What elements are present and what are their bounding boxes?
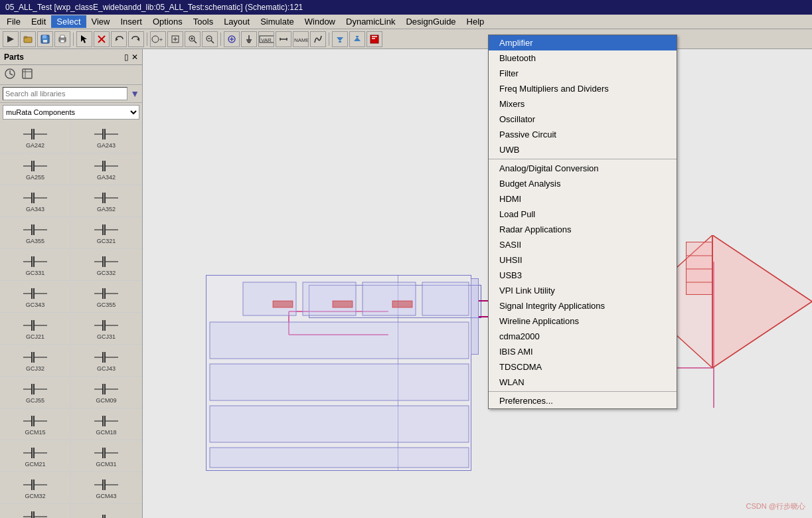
menu-options[interactable]: Options [147,15,188,28]
dropdown-item-wlan[interactable]: WLAN [489,375,677,390]
list-item[interactable]: GCJ55 [0,377,71,408]
toolbar-zoom-out[interactable] [202,31,218,47]
dropdown-item-usb3[interactable]: USB3 [489,268,677,283]
dropdown-item-wireline[interactable]: Wireline Applications [489,313,677,329]
part-label: GCJ21 [26,333,44,340]
toolbar-curve[interactable] [310,31,326,47]
dropdown-item-radar[interactable]: Radar Applications [489,222,677,237]
list-item[interactable]: GJ31 [0,504,71,518]
list-item[interactable]: GCJ21 [0,313,71,344]
menu-window[interactable]: Window [299,15,341,28]
dropdown-item-preferences[interactable]: Preferences... [489,393,677,408]
part-label: GC321 [97,238,116,244]
main-schematic-block[interactable] [206,275,471,471]
dropdown-item-ibis[interactable]: IBIS AMI [489,344,677,359]
list-item[interactable]: GCJ31 [71,313,142,344]
dropdown-item-passive[interactable]: Passive Circuit [489,127,677,142]
menu-insert[interactable]: Insert [115,15,147,28]
toolbar-zoom-in[interactable] [185,31,201,47]
dropdown-item-adc[interactable]: Analog/Digital Conversion [489,161,677,176]
search-input[interactable] [3,87,127,100]
list-item[interactable]: GCM43 [71,472,142,503]
dropdown-item-budget[interactable]: Budget Analysis [489,176,677,191]
toolbar-print[interactable] [54,31,70,47]
toolbar-arrow[interactable] [3,31,19,47]
list-item[interactable]: GC332 [71,249,142,280]
list-item[interactable]: GA342 [71,153,142,185]
svg-rect-40 [339,41,341,43]
dropdown-item-amplifier[interactable]: Amplifier [489,35,677,50]
toolbar-delete[interactable] [94,31,110,47]
menu-select[interactable]: Select [51,15,86,28]
list-item[interactable]: GCM18 [71,408,142,440]
toolbar-open-folder[interactable] [20,31,36,47]
dropdown-item-signal-integrity[interactable]: Signal Integrity Applications [489,298,677,313]
dropdown-item-vpi[interactable]: VPI Link Utility [489,283,677,298]
menu-dynamiclink[interactable]: DynamicLink [341,15,400,28]
toolbar-download[interactable] [332,31,348,47]
toolbar-ground[interactable] [241,31,257,47]
list-item[interactable]: GA242 [0,122,71,153]
menu-view[interactable]: View [86,15,116,28]
dropdown-item-mixers[interactable]: Mixers [489,96,677,112]
list-item[interactable]: GA352 [71,185,142,216]
menu-file[interactable]: File [1,15,26,28]
toolbar-var-box[interactable]: VAR [258,31,274,47]
parts-restore-icon[interactable]: ▯ [124,52,129,62]
toolbar-simulate-btn[interactable] [366,31,382,47]
clock-icon[interactable] [4,68,16,82]
list-item[interactable]: GCJ43 [71,345,142,376]
parts-close-icon[interactable]: ✕ [131,52,138,62]
toolbar-name[interactable]: NAME [293,31,309,47]
filter-icon[interactable]: ▼ [130,88,139,99]
list-item[interactable]: GCM15 [0,408,71,440]
toolbar-wire[interactable] [276,31,291,47]
canvas-area[interactable]: CSDN @行步晓心 [143,49,812,518]
list-item[interactable]: GA343 [0,185,71,216]
library-dropdown[interactable]: muRata Components [3,105,139,120]
toolbar-save[interactable] [37,31,53,47]
dropdown-item-filter[interactable]: Filter [489,66,677,81]
dropdown-item-bluetooth[interactable]: Bluetooth [489,50,677,66]
toolbar-upload[interactable] [349,31,365,47]
menu-simulate[interactable]: Simulate [255,15,299,28]
menu-designguide[interactable]: DesignGuide [400,15,461,28]
dropdown-item-hdmi[interactable]: HDMI [489,191,677,207]
library-icon[interactable] [21,68,33,82]
list-item[interactable]: GC331 [0,249,71,280]
list-item[interactable]: GA255 [0,153,71,185]
parts-header: Parts ▯ ✕ [0,49,142,65]
toolbar-select[interactable] [76,31,92,47]
toolbar-undo[interactable] [111,31,127,47]
toolbar-zoom-box[interactable] [167,31,183,47]
list-item[interactable]: GC321 [71,217,142,248]
list-item[interactable]: GA243 [71,122,142,153]
dropdown-item-uhsii[interactable]: UHSII [489,252,677,268]
toolbar-plus-sym[interactable]: + [150,31,166,47]
dropdown-item-sasii[interactable]: SASII [489,237,677,252]
menu-edit[interactable]: Edit [26,15,51,28]
toolbar-redo[interactable] [128,31,144,47]
list-item[interactable]: GCM31 [71,440,142,472]
toolbar-sep-4 [329,33,329,46]
list-item[interactable]: GCM32 [0,472,71,503]
list-item[interactable]: GA355 [0,217,71,248]
list-item[interactable]: GC355 [71,281,142,312]
list-item[interactable]: GC343 [0,281,71,312]
menu-layout[interactable]: Layout [218,15,255,28]
dropdown-item-cdma[interactable]: cdma2000 [489,329,677,344]
list-item[interactable]: GCM21 [0,440,71,472]
list-item[interactable]: GCJ32 [0,345,71,376]
dropdown-item-load-pull[interactable]: Load Pull [489,207,677,222]
menu-tools[interactable]: Tools [188,15,218,28]
list-item[interactable] [71,504,142,518]
list-item[interactable]: GCM09 [71,377,142,408]
dropdown-item-oscillator[interactable]: Oscillator [489,112,677,127]
menu-help[interactable]: Help [461,15,490,28]
dropdown-item-tdscdma[interactable]: TDSCDMA [489,359,677,375]
dropdown-item-uwb[interactable]: UWB [489,142,677,157]
svg-point-14 [152,36,159,43]
toolbar-circle-plus[interactable] [224,31,240,47]
toolbar-sep-1 [73,33,74,46]
dropdown-item-freq-mult[interactable]: Freq Multipliers and Dividers [489,81,677,96]
